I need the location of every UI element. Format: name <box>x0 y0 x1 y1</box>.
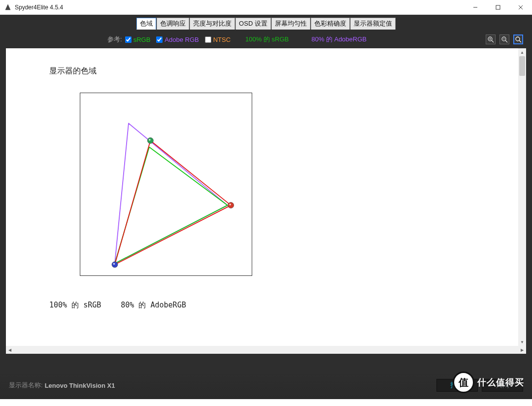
svg-line-10 <box>505 40 507 42</box>
scroll-left-icon[interactable]: ◀ <box>6 348 14 352</box>
chart-title: 显示器的色域 <box>49 66 97 76</box>
summary-row: 100% 的 sRGB 80% 的 AdobeRGB <box>49 301 186 310</box>
footer: 显示器名称: Lenovo ThinkVision X1 打印 关闭 <box>0 372 532 399</box>
zoom-in-icon[interactable] <box>486 34 496 44</box>
summary-adobe: 80% 的 AdobeRGB <box>121 301 186 310</box>
reference-toolbar: 参考: sRGB Adobe RGB NTSC 100% 的 sRGB 80% … <box>3 30 529 48</box>
reference-label: 参考: <box>107 35 122 44</box>
minimize-button[interactable] <box>464 0 487 15</box>
zoom-fit-icon[interactable] <box>513 34 523 44</box>
vertical-scrollbar[interactable]: ▲ ▼ <box>518 48 526 346</box>
svg-point-12 <box>516 37 520 41</box>
svg-rect-2 <box>496 5 500 9</box>
svg-line-13 <box>519 40 521 42</box>
svg-marker-14 <box>115 123 228 263</box>
check-adobe-box[interactable] <box>156 36 163 43</box>
monitor-name-label: 显示器名称: <box>9 381 43 390</box>
watermark: 值 什么值得买 <box>453 372 524 393</box>
svg-point-20 <box>229 203 231 205</box>
svg-marker-16 <box>115 140 231 265</box>
svg-point-18 <box>149 139 151 141</box>
gamut-chart <box>80 93 253 276</box>
scroll-right-icon[interactable]: ▶ <box>518 348 526 352</box>
scroll-down-icon[interactable]: ▼ <box>518 338 526 346</box>
tab-osd[interactable]: OSD 设置 <box>235 18 271 30</box>
app-icon <box>4 3 12 11</box>
hscroll-track[interactable] <box>14 346 518 354</box>
window-controls <box>464 0 532 15</box>
viewport-wrap: 显示器的色域 100% 的 sRGB 80% 的 AdobeRGB ▲ ▼ ◀ … <box>6 48 526 354</box>
summary-adobe-inline: 80% 的 AdobeRGB <box>311 35 366 44</box>
svg-point-22 <box>113 263 115 265</box>
tab-uniformity[interactable]: 屏幕均匀性 <box>271 18 310 30</box>
watermark-text: 什么值得买 <box>477 376 524 388</box>
close-button[interactable] <box>509 0 532 15</box>
tab-tone[interactable]: 色调响应 <box>157 18 189 30</box>
scroll-up-icon[interactable]: ▲ <box>518 48 526 56</box>
monitor-name-value: Lenovo ThinkVision X1 <box>45 382 115 389</box>
svg-line-6 <box>492 40 494 42</box>
window-titlebar: Spyder4Elite 4.5.4 <box>0 0 532 15</box>
window-title: Spyder4Elite 4.5.4 <box>15 4 63 11</box>
check-srgb[interactable]: sRGB <box>125 36 151 43</box>
horizontal-scrollbar[interactable]: ◀ ▶ <box>6 346 526 354</box>
app-body: 色域 色调响应 亮度与对比度 OSD 设置 屏幕均匀性 色彩精确度 显示器额定值… <box>0 15 532 399</box>
svg-marker-0 <box>5 4 10 10</box>
tabstrip: 色域 色调响应 亮度与对比度 OSD 设置 屏幕均匀性 色彩精确度 显示器额定值 <box>3 16 529 30</box>
svg-point-21 <box>112 262 118 268</box>
svg-point-17 <box>147 137 153 143</box>
summary-srgb-inline: 100% 的 sRGB <box>245 35 289 44</box>
svg-point-19 <box>228 203 234 208</box>
tab-gamut[interactable]: 色域 <box>136 18 156 30</box>
tab-brightness[interactable]: 亮度与对比度 <box>190 18 235 30</box>
chart-frame <box>80 93 252 276</box>
summary-srgb: 100% 的 sRGB <box>49 301 101 310</box>
maximize-button[interactable] <box>487 0 509 15</box>
check-ntsc-box[interactable] <box>205 36 211 43</box>
check-srgb-label: sRGB <box>133 36 151 43</box>
chart-viewport: 显示器的色域 100% 的 sRGB 80% 的 AdobeRGB ▲ ▼ <box>6 48 526 346</box>
tab-color-acc[interactable]: 色彩精确度 <box>311 18 350 30</box>
check-adobe[interactable]: Adobe RGB <box>156 36 199 43</box>
zoom-out-icon[interactable] <box>499 34 509 44</box>
watermark-circle: 值 <box>453 372 474 393</box>
check-srgb-box[interactable] <box>125 36 132 43</box>
tab-monitor-rating[interactable]: 显示器额定值 <box>350 18 396 30</box>
check-ntsc-label: NTSC <box>213 36 231 43</box>
check-ntsc[interactable]: NTSC <box>205 36 231 43</box>
scroll-thumb[interactable] <box>519 56 525 76</box>
check-adobe-label: Adobe RGB <box>165 36 199 43</box>
